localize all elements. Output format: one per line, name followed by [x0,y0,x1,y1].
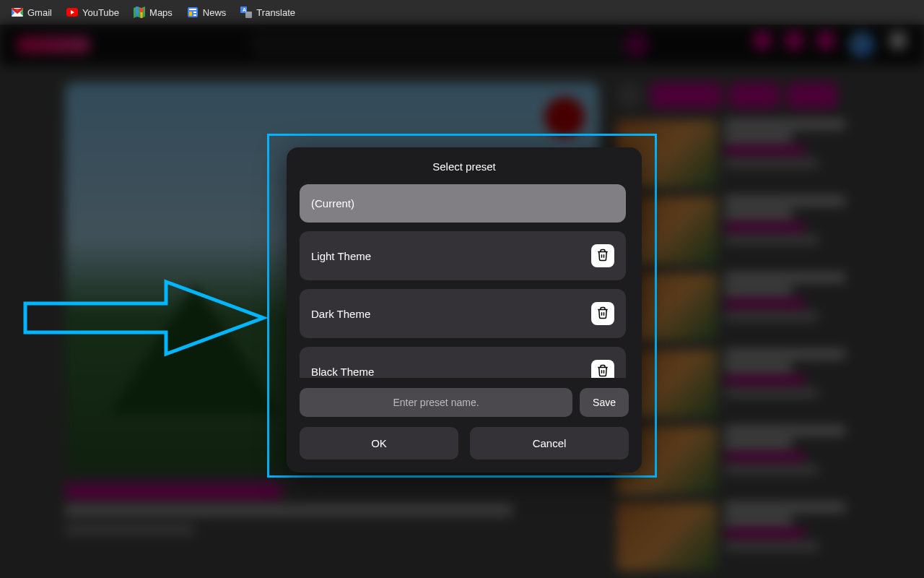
save-button[interactable]: Save [580,388,629,417]
dialog-title: Select preset [300,160,629,173]
svg-rect-4 [189,9,196,10]
bookmark-maps[interactable]: Maps [128,4,178,21]
trash-icon [596,249,609,264]
gmail-icon [12,7,23,18]
preset-label: Black Theme [311,366,374,378]
svg-point-2 [139,8,144,12]
delete-preset-button[interactable] [591,244,614,267]
bookmark-gmail[interactable]: Gmail [6,4,58,21]
preset-item-black[interactable]: Black Theme [300,347,626,378]
youtube-icon [66,7,78,18]
svg-rect-5 [189,12,192,16]
svg-rect-7 [193,14,196,16]
svg-rect-9 [245,12,252,18]
svg-text:A: A [243,7,246,12]
bookmark-news[interactable]: News [181,4,232,21]
preset-item-current[interactable]: (Current) [300,184,626,223]
bookmark-translate[interactable]: A Translate [235,4,301,21]
bookmark-label: Translate [256,7,295,18]
bookmark-label: Gmail [27,7,52,18]
svg-rect-6 [193,12,196,13]
preset-item-light[interactable]: Light Theme [300,231,626,280]
translate-icon: A [240,7,252,18]
preset-list[interactable]: (Current) Light Theme Dark Theme Black T… [300,184,629,378]
bookmark-youtube[interactable]: YouTube [61,4,125,21]
delete-preset-button[interactable] [591,302,614,325]
maps-icon [134,7,145,18]
trash-icon [596,306,609,322]
save-row: Save [300,388,629,417]
delete-preset-button[interactable] [591,360,614,378]
preset-name-input[interactable] [300,388,572,417]
select-preset-dialog: Select preset (Current) Light Theme Dark… [287,147,642,473]
annotation-arrow [22,278,267,368]
preset-label: Light Theme [311,250,371,262]
trash-icon [596,364,609,379]
bookmark-bar: Gmail YouTube Maps News A Translate [0,0,924,25]
dialog-actions: OK Cancel [300,427,629,460]
bookmark-label: YouTube [82,7,119,18]
bookmark-label: News [203,7,227,18]
bookmark-label: Maps [149,7,173,18]
ok-button[interactable]: OK [300,427,458,460]
preset-label: (Current) [311,197,354,210]
preset-item-dark[interactable]: Dark Theme [300,289,626,338]
preset-label: Dark Theme [311,308,370,320]
cancel-button[interactable]: Cancel [470,427,629,460]
news-icon [187,7,199,18]
